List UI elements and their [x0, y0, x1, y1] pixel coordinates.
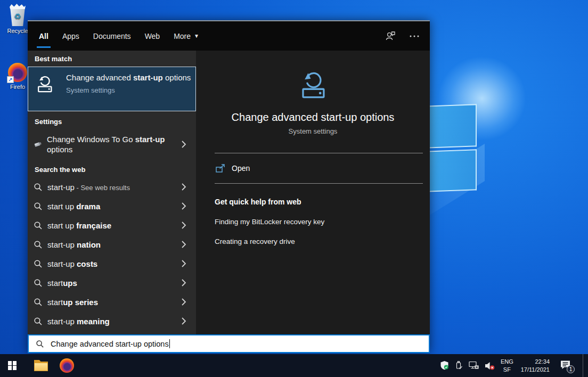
taskbar: ENG SF 22:34 17/11/2021 1	[0, 354, 588, 377]
web-suggestion[interactable]: start-up nation	[28, 235, 196, 254]
action-center-button[interactable]: 1	[560, 360, 573, 372]
advanced-startup-icon	[35, 75, 54, 94]
show-desktop-button[interactable]	[583, 354, 586, 377]
notification-badge: 1	[567, 365, 575, 373]
open-label: Open	[232, 164, 250, 173]
web-suggestion[interactable]: startup series	[28, 292, 196, 312]
firefox-icon: ↗	[8, 63, 27, 82]
chevron-right-icon	[181, 317, 186, 325]
settings-header: Settings	[28, 111, 196, 129]
search-icon	[34, 317, 43, 326]
results-column: Best match Change advanced start-up opti…	[28, 51, 196, 334]
search-icon	[34, 202, 43, 211]
search-icon	[36, 340, 44, 348]
taskbar-file-explorer[interactable]	[29, 354, 53, 377]
tab-documents[interactable]: Documents	[93, 21, 131, 51]
search-flyout: All Apps Documents Web More▼	[28, 20, 430, 353]
usb-eject-icon[interactable]	[455, 361, 463, 370]
network-icon[interactable]	[469, 361, 479, 370]
open-external-icon	[216, 164, 225, 173]
suggestion-text: start-up - See web results	[47, 183, 130, 192]
suggestion-text: start-up nation	[47, 240, 101, 249]
file-explorer-icon	[34, 360, 48, 371]
chevron-down-icon: ▼	[194, 33, 199, 39]
web-suggestion[interactable]: start-up - See web results	[28, 177, 196, 196]
best-match-header: Best match	[28, 51, 196, 67]
preview-subtitle: System settings	[289, 127, 338, 135]
best-match-result[interactable]: Change advanced start-up options System …	[28, 67, 196, 111]
chevron-right-icon	[181, 259, 186, 268]
quick-help-header: Get quick help from web	[196, 184, 430, 206]
best-match-subtitle: System settings	[66, 86, 191, 94]
security-shield-icon[interactable]	[440, 361, 449, 370]
help-link-recovery-drive[interactable]: Creating a recovery drive	[196, 226, 430, 245]
screen: ♻ Recycle ↗ Firefo All Apps Documents We…	[0, 0, 588, 377]
search-web-header: Search the web	[28, 159, 196, 177]
chevron-right-icon	[181, 140, 186, 149]
firefox-icon	[60, 358, 74, 373]
chevron-right-icon	[181, 183, 186, 191]
system-tray: ENG SF 22:34 17/11/2021 1	[440, 354, 588, 377]
tab-web[interactable]: Web	[145, 21, 160, 51]
shortcut-arrow-icon: ↗	[7, 76, 14, 83]
best-match-title: Change advanced start-up options	[66, 73, 191, 82]
chevron-right-icon	[181, 278, 186, 287]
suggestion-text: start-up meaning	[47, 317, 110, 326]
suggestion-text: start-up costs	[47, 259, 97, 268]
suggestion-text: startup series	[47, 298, 98, 307]
chevron-right-icon	[181, 298, 186, 306]
help-link-bitlocker[interactable]: Finding my BitLocker recovery key	[196, 206, 430, 226]
web-suggestion[interactable]: start-up costs	[28, 254, 196, 273]
recycle-bin-icon: ♻	[9, 4, 27, 26]
windows-to-go-icon	[33, 140, 43, 149]
web-suggestion[interactable]: start up française	[28, 216, 196, 235]
web-suggestion[interactable]: start-up meaning	[28, 312, 196, 331]
chevron-right-icon	[181, 240, 186, 249]
suggestion-text: start up drama	[47, 202, 100, 211]
search-icon	[34, 240, 43, 249]
start-button[interactable]	[0, 354, 24, 377]
web-suggestion[interactable]: start up drama	[28, 196, 196, 216]
volume-muted-icon[interactable]	[485, 362, 495, 370]
tab-all[interactable]: All	[39, 21, 48, 51]
suggestion-text: start up française	[47, 221, 111, 230]
web-suggestion[interactable]: startups	[28, 273, 196, 292]
advanced-startup-icon-large	[298, 70, 329, 101]
chevron-right-icon	[181, 221, 186, 230]
tab-more[interactable]: More▼	[174, 21, 199, 51]
search-icon	[34, 221, 43, 230]
chevron-right-icon	[181, 202, 186, 210]
taskbar-firefox[interactable]	[54, 354, 79, 377]
open-action[interactable]: Open	[196, 153, 430, 183]
tab-apps[interactable]: Apps	[62, 21, 79, 51]
search-icon	[34, 259, 43, 268]
more-options-icon[interactable]	[410, 35, 419, 38]
taskbar-clock[interactable]: 22:34 17/11/2021	[521, 358, 550, 374]
preview-panel: Change advanced start-up options System …	[196, 51, 430, 334]
search-icon	[34, 183, 43, 192]
language-indicator[interactable]: ENG SF	[501, 358, 513, 374]
search-input[interactable]: Change advanced start-up options	[28, 334, 430, 353]
search-icon	[34, 278, 43, 288]
text-caret	[169, 339, 170, 348]
suggestion-text: startups	[47, 278, 77, 288]
search-input-value: Change advanced start-up options	[51, 340, 169, 348]
settings-result-title: Change Windows To Go start-up options	[47, 134, 174, 155]
search-icon	[34, 298, 43, 307]
windows-logo-icon	[8, 361, 17, 370]
search-tabbar: All Apps Documents Web More▼	[28, 21, 430, 51]
account-feedback-icon[interactable]	[385, 31, 396, 41]
preview-title: Change advanced start-up options	[232, 111, 395, 124]
settings-result[interactable]: Change Windows To Go start-up options	[28, 129, 196, 159]
